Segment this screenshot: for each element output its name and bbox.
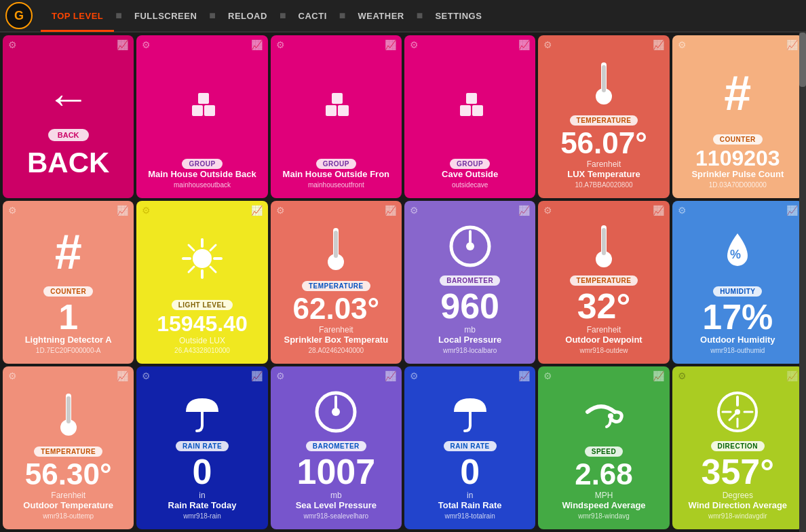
logo: G [5,2,33,29]
baro2-card[interactable]: ⚙ 📈 BAROMETER 1007 mb Sea Level Pressure… [271,366,402,529]
settings-icon: ⚙ [678,39,687,50]
temp4-card[interactable]: ⚙ 📈 TEMPERATURE 56.30° Farenheit Outdoor… [3,366,134,529]
svg-rect-8 [466,93,477,104]
settings-icon: ⚙ [543,205,552,216]
temp-unit: Farenheit [51,491,85,500]
speed-sublabel: wmr918-windavg [578,512,630,520]
scrollbar-thumb[interactable] [799,33,806,87]
group3-card[interactable]: ⚙ 📈 GROUP Cave Outside outsidecave [404,35,535,198]
svg-rect-23 [334,231,338,258]
nav-weather[interactable]: WEATHER [347,0,415,32]
svg-point-12 [193,249,212,268]
temp-label: Sprinkler Box Temperatu [284,335,389,345]
svg-line-17 [189,245,194,250]
group-icon [276,54,396,156]
light-badge: LIGHT LEVEL [172,300,233,310]
light1-card[interactable]: ⚙ 📈 LIGHT LEVEL 15945.40 Outside LUX 26.… [136,201,267,364]
svg-rect-3 [326,105,337,116]
counter-badge: COUNTER [713,134,763,145]
settings-icon: ⚙ [142,370,151,381]
svg-rect-6 [460,105,471,116]
baro1-card[interactable]: ⚙ 📈 BAROMETER 960 mb Local Pressure wmr9… [404,201,535,364]
rain-value: 0 [193,454,212,489]
temp-value: 62.03° [292,294,379,324]
speed-badge: SPEED [585,446,623,457]
nav-top-level[interactable]: TOP LEVEL [41,0,114,32]
rain-label: Rain Rate Today [168,500,237,511]
humidity-badge: HUMIDITY [713,286,762,297]
dir1-card[interactable]: ⚙ 📈 DIRECTION 357° Degrees Wind Directio… [672,366,803,529]
svg-rect-33 [66,396,71,423]
thermometer-icon [276,220,396,278]
settings-icon: ⚙ [410,370,419,381]
svg-line-18 [210,267,216,272]
rain2-card[interactable]: ⚙ 📈 RAIN RATE 0 in Total Rain Rate wmr91… [404,366,535,529]
counter-value: 1109203 [695,147,780,169]
temp-sublabel: wmr918-outtemp [43,512,94,520]
light-value: 15945.40 [157,313,247,335]
temp-badge: TEMPERATURE [570,276,638,286]
rain-unit: in [467,491,473,500]
group1-card[interactable]: ⚙ 📈 GROUP Main House Outside Back mainho… [136,35,267,198]
compass-icon [678,385,798,438]
temp-sublabel: wmr918-outdew [579,347,628,354]
chart-icon: 📈 [518,39,530,50]
counter1-card[interactable]: ⚙ 📈 # COUNTER 1109203 Sprinkler Pulse Co… [672,35,803,198]
temp-unit: Farenheit [587,325,621,335]
umbrella-icon [142,385,262,438]
dir-label: Wind Direction Average [689,500,788,511]
group2-card[interactable]: ⚙ 📈 GROUP Main House Outside Fron mainho… [271,35,402,198]
thermometer-icon [543,220,664,273]
back-badge: BACK [48,129,89,141]
chart-icon: 📈 [653,39,664,50]
group-sublabel: outsidecave [452,181,488,189]
rain-badge: RAIN RATE [176,441,229,451]
settings-icon: ⚙ [276,205,285,216]
scrollbar[interactable] [799,33,806,532]
chart-icon: 📈 [653,370,664,381]
temp1-card[interactable]: ⚙ 📈 TEMPERATURE 56.07° Farenheit LUX Tem… [538,35,669,198]
hash-icon: # [678,54,798,132]
gauge-icon [410,220,530,273]
baro-label: Local Pressure [438,335,501,345]
rain-value: 0 [460,454,480,489]
group-badge: GROUP [182,159,222,169]
svg-point-47 [735,409,740,415]
back-card[interactable]: ⚙ 📈 ← BACK BACK [3,35,134,198]
counter2-card[interactable]: ⚙ 📈 # COUNTER 1 Lightning Detector A 1D.… [3,201,134,364]
nav-bar: TOP LEVEL ■ FULLSCREEN ■ RELOAD ■ CACTI … [41,0,493,32]
rain-unit: in [199,491,205,500]
humidity1-card[interactable]: ⚙ 📈 % HUMIDITY 17% Outdoor Humidity wmr9… [672,201,803,364]
temp-value: 32° [577,288,631,324]
chart-icon: 📈 [518,205,530,216]
nav-reload[interactable]: RELOAD [217,0,278,32]
chart-icon: 📈 [786,39,798,50]
baro-badge: BAROMETER [306,441,366,451]
wind-icon [543,385,664,444]
group-icon [142,54,262,156]
svg-text:%: % [730,248,741,261]
chart-icon: 📈 [385,39,396,50]
temp3-card[interactable]: ⚙ 📈 TEMPERATURE 32° Farenheit Outdoor De… [538,201,669,364]
chart-icon: 📈 [251,39,263,50]
chart-icon: 📈 [786,370,798,381]
light-sublabel: 26.A43328010000 [174,347,230,354]
temp2-card[interactable]: ⚙ 📈 TEMPERATURE 62.03° Farenheit Sprinkl… [271,201,402,364]
baro-unit: mb [464,325,476,335]
temp-value: 56.07° [560,128,647,158]
settings-icon: ⚙ [678,205,687,216]
rain1-card[interactable]: ⚙ 📈 RAIN RATE 0 in Rain Rate Today wmr91… [136,366,267,529]
nav-fullscreen[interactable]: FULLSCREEN [123,0,208,32]
nav-cacti[interactable]: CACTI [288,0,338,32]
group-title: Main House Outside Fron [283,169,389,180]
back-arrow-icon: ← [47,73,90,124]
svg-rect-0 [192,105,203,116]
speed-unit: MPH [595,491,613,500]
temp-badge: TEMPERATURE [570,115,638,126]
speed1-card[interactable]: ⚙ 📈 SPEED 2.68 MPH Windspeed Average wmr… [538,366,669,529]
svg-line-19 [210,245,216,250]
card-grid: ⚙ 📈 ← BACK BACK ⚙ 📈 GROUP Main House Out… [0,33,806,532]
settings-icon: ⚙ [678,370,687,381]
humidity-sublabel: wmr918-outhumid [710,347,765,354]
nav-settings[interactable]: SETTINGS [424,0,493,32]
